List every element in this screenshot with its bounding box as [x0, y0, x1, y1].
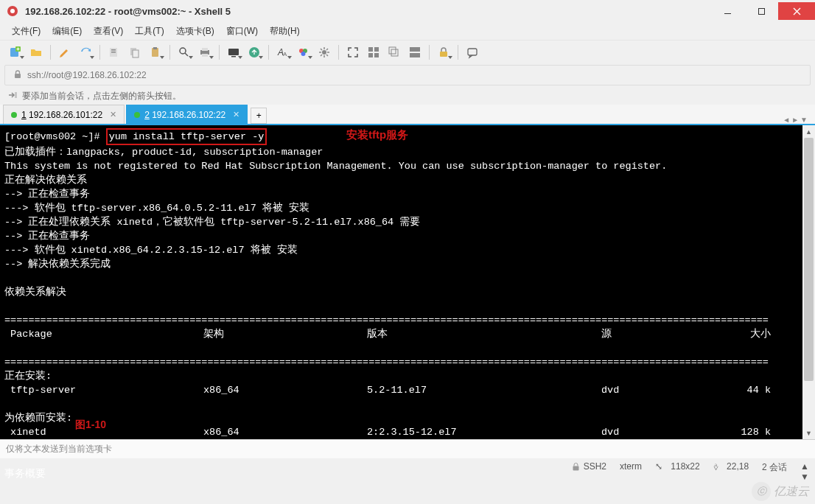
svg-rect-8: [111, 52, 116, 53]
open-button[interactable]: [27, 43, 46, 61]
svg-point-25: [322, 50, 326, 55]
transfer-button[interactable]: [245, 43, 264, 61]
lock-icon: [13, 69, 23, 82]
tab-prev-icon[interactable]: ◄: [783, 116, 790, 124]
annotation-figure-label: 图1-10: [75, 419, 106, 432]
title-bar: 192.168.26.102:22 - root@vms002:~ - Xshe…: [0, 0, 815, 22]
term-line: This system is not registered to Red Hat…: [4, 161, 667, 172]
svg-rect-29: [374, 53, 379, 57]
window-title: 192.168.26.102:22 - root@vms002:~ - Xshe…: [25, 6, 710, 17]
lock-button[interactable]: [434, 43, 453, 61]
scroll-down-icon[interactable]: ▼: [802, 427, 815, 439]
tab-close-icon[interactable]: ✕: [107, 110, 116, 119]
svg-rect-37: [15, 92, 17, 98]
svg-rect-32: [410, 47, 420, 52]
maximize-button[interactable]: [744, 2, 778, 20]
reconnect-button[interactable]: [76, 43, 95, 61]
svg-rect-2: [724, 13, 731, 14]
font-button[interactable]: AA: [273, 43, 293, 61]
scroll-up-icon[interactable]: ▲: [802, 125, 815, 138]
watermark-text: 亿速云: [774, 484, 809, 500]
table-row: xinetdx86_642:2.3.15-12.el7dvd128 k: [4, 425, 811, 439]
svg-rect-28: [368, 53, 373, 57]
settings-button[interactable]: [315, 43, 334, 61]
svg-rect-3: [758, 8, 764, 14]
tab-menu-icon[interactable]: ▼: [800, 116, 808, 124]
term-line: 依赖关系解决: [4, 287, 66, 298]
section-label: 为依赖而安装:: [4, 413, 72, 424]
tab-label: 192.168.26.101:22: [29, 110, 102, 120]
tile-button[interactable]: [364, 43, 383, 61]
toolbar-sep: [219, 45, 220, 60]
toolbar: AA: [0, 40, 815, 63]
cascade-button[interactable]: [385, 43, 404, 61]
menu-window[interactable]: 窗口(W): [222, 24, 262, 39]
minimize-button[interactable]: [710, 2, 744, 20]
menu-tabs[interactable]: 选项卡(B): [172, 24, 219, 39]
close-button[interactable]: [778, 2, 815, 20]
svg-rect-30: [389, 47, 396, 54]
toolbar-sep: [268, 45, 269, 60]
svg-rect-16: [202, 54, 208, 57]
tab-next-icon[interactable]: ►: [791, 116, 799, 124]
tab-label: 192.168.26.102:22: [152, 110, 225, 120]
term-line: ---> 软件包 xinetd.x86_64.2.2.3.15-12.el7 将…: [4, 245, 298, 256]
menu-edit[interactable]: 编辑(E): [48, 24, 86, 39]
svg-rect-15: [202, 48, 208, 51]
svg-rect-26: [368, 47, 373, 52]
svg-rect-36: [15, 74, 21, 78]
status-dot-icon: [134, 112, 140, 118]
add-tab-button[interactable]: +: [251, 108, 267, 124]
find-button[interactable]: [175, 43, 194, 61]
menu-file[interactable]: 文件(F): [7, 24, 45, 39]
arrow-add-icon[interactable]: [7, 90, 18, 102]
term-line: 已加载插件：langpacks, product-id, subscriptio…: [4, 147, 323, 158]
menu-tools[interactable]: 工具(T): [130, 24, 168, 39]
svg-point-24: [301, 52, 306, 56]
compose-button[interactable]: [55, 43, 74, 61]
watermark: ⓒ 亿速云: [752, 482, 809, 501]
tab-number: 2: [144, 110, 150, 120]
screen-button[interactable]: [224, 43, 243, 61]
divider: ========================================…: [4, 357, 769, 368]
tab-close-icon[interactable]: ✕: [230, 110, 239, 119]
copy-button[interactable]: [125, 43, 144, 61]
session-tab-1[interactable]: 1 192.168.26.101:22 ✕: [3, 105, 125, 124]
paste-button[interactable]: [146, 43, 165, 61]
svg-rect-18: [231, 56, 236, 57]
term-line: ---> 软件包 tftp-server.x86_64.0.5.2-11.el7…: [4, 203, 309, 214]
properties-button[interactable]: [105, 43, 124, 61]
annotation-install-tftp: 安装tftp服务: [346, 128, 408, 142]
vertical-tile-button[interactable]: [405, 43, 424, 61]
menu-view[interactable]: 查看(V): [89, 24, 127, 39]
session-tab-2[interactable]: 2 192.168.26.102:22 ✕: [126, 105, 248, 124]
svg-rect-33: [410, 53, 420, 57]
toolbar-sep: [338, 45, 339, 60]
address-bar[interactable]: ssh://root@192.168.26.102:22: [4, 65, 811, 85]
print-button[interactable]: [195, 43, 214, 61]
status-dot-icon: [11, 112, 17, 118]
vertical-scrollbar[interactable]: ▲ ▼: [802, 125, 815, 439]
help-button[interactable]: [463, 43, 482, 61]
title-host: 192.168.26.102:22: [25, 6, 105, 17]
terminal-output[interactable]: [root@vms002 ~]# yum install tftp-server…: [0, 125, 815, 484]
term-line: 正在解决依赖关系: [4, 175, 87, 186]
window-buttons: [710, 2, 815, 20]
toolbar-sep: [458, 45, 458, 60]
svg-text:A: A: [283, 51, 287, 57]
scroll-thumb[interactable]: [804, 138, 814, 381]
tab-number: 1: [21, 110, 27, 120]
command-highlight: yum install tftp-server -y: [106, 128, 267, 145]
new-session-button[interactable]: [6, 43, 25, 61]
title-suffix: root@vms002:~ - Xshell 5: [111, 6, 231, 17]
svg-rect-27: [374, 47, 379, 52]
svg-rect-12: [153, 47, 157, 49]
color-button[interactable]: [294, 43, 313, 61]
app-icon: [6, 4, 19, 18]
term-line: --> 正在处理依赖关系 xinetd，它被软件包 tftp-server-5.…: [4, 217, 420, 228]
menu-help[interactable]: 帮助(H): [265, 24, 304, 39]
svg-rect-31: [391, 49, 398, 56]
svg-rect-35: [468, 49, 477, 55]
svg-rect-10: [133, 50, 139, 57]
fullscreen-button[interactable]: [343, 43, 363, 61]
